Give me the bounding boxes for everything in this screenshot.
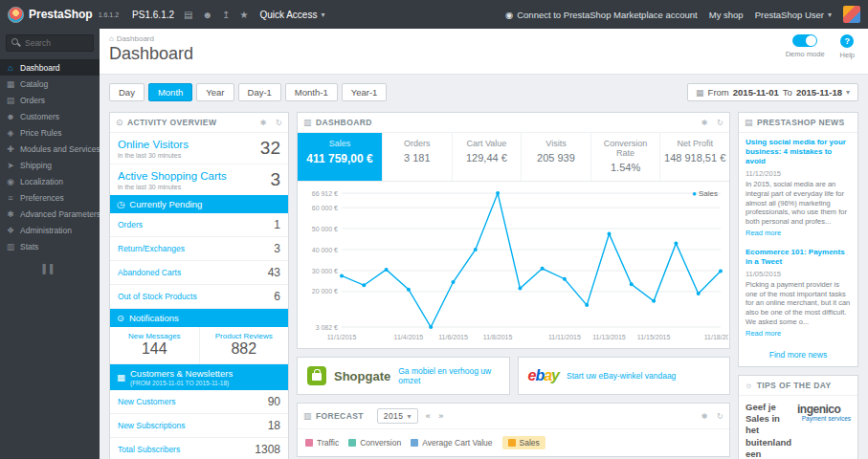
news-body: In 2015, social media are an integral pa… [746,180,851,227]
news-headline-link[interactable]: Ecommerce 101: Payments in a Tweet [746,248,851,267]
refresh-icon[interactable]: ↻ [717,119,723,127]
kpi-sales[interactable]: Sales 411 759,00 € [298,133,382,181]
user-menu[interactable]: PrestaShop User ▾ [755,10,832,20]
news-panel-title: PRESTASHOP NEWS [757,118,845,127]
online-visitors-stat[interactable]: Online Visitors in the last 30 minutes 3… [110,133,288,164]
sidebar-item-customers[interactable]: ☻ Customers [0,108,100,124]
new-customers-row[interactable]: New Customers 90 [110,390,288,414]
kpi-label: Conversion Rate [594,139,657,158]
total-subscribers-row[interactable]: Total Subscribers 1308 [110,438,288,459]
prestashop-logo[interactable]: PrestaShop 1.6.1.2 [8,7,119,23]
breadcrumb[interactable]: ⌂ Dashboard [109,34,858,43]
forecast-legend-conversion[interactable]: Conversion [348,438,401,448]
shopgate-link[interactable]: Ga mobiel en verhoog uw omzet [398,366,499,385]
to-label: To [783,87,792,98]
filter-month-button[interactable]: Month [148,83,192,101]
upgrade-icon[interactable]: ↥ [222,10,230,20]
pending-row-out-of-stock[interactable]: Out of Stock Products 6 [110,285,288,309]
sidebar-item-label: Catalog [20,79,48,89]
main-content: ⌂ Dashboard Dashboard Demo mode ? Help D… [100,29,868,459]
filter-month-1-button[interactable]: Month-1 [285,83,338,101]
svg-text:30 000 €: 30 000 € [312,268,338,274]
sidebar-item-modules[interactable]: ✚ Modules and Services [0,141,100,157]
my-shop-label: My shop [709,10,744,20]
sidebar-item-advanced-parameters[interactable]: ✱ Advanced Parameters [0,206,100,222]
pending-row-abandoned-carts[interactable]: Abandoned Carts 43 [110,261,288,285]
customers-icon: ☻ [6,112,15,121]
sidebar-item-price-rules[interactable]: ◈ Price Rules [0,124,100,141]
svg-text:50 000 €: 50 000 € [312,226,338,232]
kpi-conversion-rate[interactable]: Conversion Rate 1.54% [590,133,660,181]
filter-year-button[interactable]: Year [196,83,234,101]
new-subscriptions-row[interactable]: New Subscriptions 18 [110,414,288,438]
gear-icon[interactable]: ✱ [701,119,708,127]
cell-label: New Messages [114,332,195,340]
ebay-link[interactable]: Start uw eBay-winkel vandaag [567,371,676,381]
online-visitors-sub: in the last 30 minutes [118,152,189,159]
calendar-icon: ▦ [696,88,704,98]
bell-icon: ⊙ [117,313,124,323]
sidebar-collapse-button[interactable]: ▌▌ [0,264,100,273]
avatar[interactable] [843,6,860,23]
gear-icon[interactable]: ✱ [701,412,708,421]
news-item: Using social media for your business: 4 … [739,133,857,243]
forecast-prev-button[interactable]: « [426,411,431,421]
sidebar-item-localization[interactable]: ◉ Localization [0,173,100,189]
sidebar-item-preferences[interactable]: ≡ Preferences [0,189,100,206]
modules-icon: ✚ [6,144,15,154]
quick-access-menu[interactable]: Quick Access ▾ [259,10,324,20]
forecast-legend-average-cart-value[interactable]: Average Cart Value [411,438,492,448]
product-reviews-cell[interactable]: Product Reviews 882 [199,327,289,363]
date-range-picker[interactable]: ▦ From 2015-11-01 To 2015-11-18 ▾ [687,83,858,101]
news-headline-link[interactable]: Using social media for your business: 4 … [746,138,851,166]
refresh-icon[interactable]: ↻ [717,412,723,421]
toggle-switch[interactable] [792,34,817,47]
sidebar-item-label: Orders [20,96,45,105]
trophy-icon[interactable]: ★ [239,10,248,20]
sidebar-item-stats[interactable]: ▥ Stats [0,238,100,254]
sidebar-item-orders[interactable]: ▤ Orders [0,92,100,108]
quick-access-label: Quick Access [259,10,317,20]
sidebar-item-administration[interactable]: ❖ Administration [0,222,100,238]
kpi-visits[interactable]: Visits 205 939 [521,133,590,181]
forecast-legend-sales[interactable]: Sales [502,436,545,449]
kpi-value: 148 918,51 € [663,152,726,164]
customers-icon[interactable]: ☻ [202,10,212,20]
help-icon: ? [840,34,854,48]
filter-day-button[interactable]: Day [109,83,145,101]
filter-day-1-button[interactable]: Day-1 [238,83,281,101]
forecast-year-select[interactable]: 2015 ▾ [377,408,418,424]
filter-year-1-button[interactable]: Year-1 [342,83,388,101]
read-more-link[interactable]: Read more [746,329,781,338]
chevron-down-icon: ▾ [828,11,832,19]
kpi-cart-value[interactable]: Cart Value 129,44 € [452,133,522,181]
active-carts-stat[interactable]: Active Shopping Carts in the last 30 min… [110,164,288,195]
price-tag-icon: ◈ [6,128,15,138]
pending-row-returns[interactable]: Return/Exchanges 3 [110,237,288,261]
forecast-legend-traffic[interactable]: Traffic [305,438,339,448]
help-button[interactable]: ? Help [840,34,855,59]
row-label: New Customers [118,397,175,406]
pending-row-orders[interactable]: Orders 1 [110,213,288,237]
demo-mode-toggle[interactable]: Demo mode [786,34,825,59]
marketplace-link[interactable]: ◉ Connect to PrestaShop Marketplace acco… [505,10,698,20]
sidebar-item-catalog[interactable]: ▦ Catalog [0,76,100,92]
forecast-next-button[interactable]: » [438,411,443,421]
svg-text:11/8/2015: 11/8/2015 [483,334,513,340]
find-more-news-link[interactable]: Find more news [739,343,857,366]
chart-legend[interactable]: ● Sales [692,189,718,198]
tips-headline: Geef je Sales in het buitenland een Boos… [746,402,792,459]
kpi-net-profit[interactable]: Net Profit 148 918,51 € [659,133,729,181]
forecast-legend: Traffic Conversion Average Cart Value Sa… [298,429,729,456]
read-more-link[interactable]: Read more [746,229,781,237]
new-messages-cell[interactable]: New Messages 144 [110,327,199,363]
my-shop-link[interactable]: My shop [709,10,744,20]
cell-value: 144 [142,340,167,357]
kpi-orders[interactable]: Orders 3 181 [382,133,452,181]
sidebar-item-shipping[interactable]: ➤ Shipping [0,157,100,173]
gear-icon[interactable]: ✱ [260,119,267,127]
cart-icon[interactable]: ▤ [184,10,192,20]
refresh-icon[interactable]: ↻ [276,119,282,127]
sidebar-item-dashboard[interactable]: ⌂ Dashboard [0,59,100,76]
sidebar-item-label: Stats [20,242,38,251]
